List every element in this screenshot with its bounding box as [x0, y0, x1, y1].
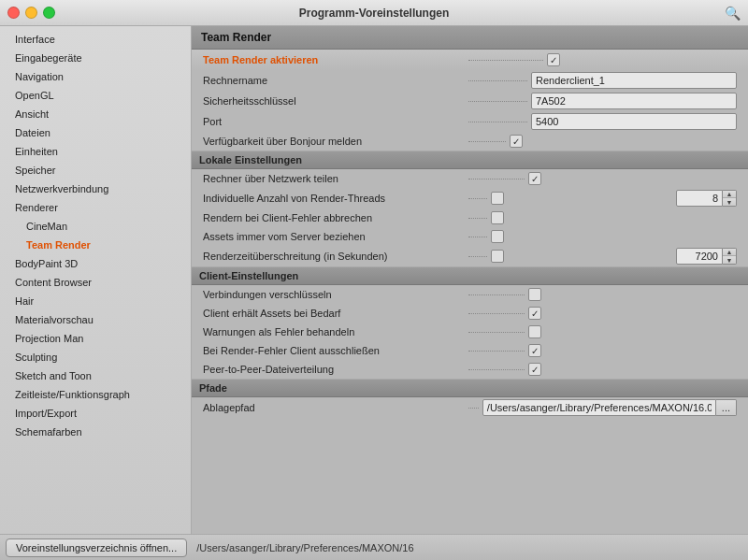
port-input[interactable] — [531, 113, 737, 130]
peer-label: Peer-to-Peer-Dateiverteilung — [203, 364, 465, 375]
individuelle-label: Individuelle Anzahl von Render-Threads — [203, 193, 465, 204]
bonjour-checkbox[interactable] — [510, 135, 523, 148]
individuelle-up-btn[interactable]: ▲ — [723, 191, 736, 198]
client-assets-row: Client erhält Assets bei Bedarf — [192, 304, 748, 323]
ablage-label: Ablagepfad — [203, 402, 465, 413]
sidebar-item-materialvorschau[interactable]: Materialvorschau — [0, 310, 191, 329]
renderzeit-up-btn[interactable]: ▲ — [723, 249, 736, 256]
sidebar-item-ansicht[interactable]: Ansicht — [0, 105, 191, 123]
sidebar-item-sketch-toon[interactable]: Sketch and Toon — [0, 366, 191, 385]
rechnername-label: Rechnername — [203, 75, 465, 86]
netzwerk-checkbox[interactable] — [528, 172, 541, 185]
right-panel: Team Render Team Render aktivieren Rechn… — [192, 26, 748, 534]
sidebar-item-dateien[interactable]: Dateien — [0, 123, 191, 142]
sidebar-item-speicher[interactable]: Speicher — [0, 161, 191, 179]
titlebar: Programm-Voreinstellungen 🔍 — [0, 0, 748, 26]
maximize-button[interactable] — [43, 7, 55, 19]
minimize-button[interactable] — [25, 7, 37, 19]
open-prefs-button[interactable]: Voreinstellungsverzeichnis öffnen... — [6, 538, 187, 557]
activate-label: Team Render aktivieren — [203, 54, 465, 65]
pfade-section-header: Pfade — [192, 379, 748, 397]
netzwerk-label: Rechner über Netzwerk teilen — [203, 173, 465, 184]
renderzeit-spinner: ▲ ▼ — [676, 248, 737, 265]
sidebar-item-interface[interactable]: Interface — [0, 30, 191, 49]
render-fehler-label: Bei Render-Fehler Client ausschließen — [203, 345, 465, 356]
sidebar-item-eingabegerate[interactable]: Eingabegeräte — [0, 49, 191, 67]
sidebar-item-zeitleiste[interactable]: Zeitleiste/Funktionsgraph — [0, 385, 191, 404]
client-assets-label: Client erhält Assets bei Bedarf — [203, 308, 465, 319]
sidebar-item-navigation[interactable]: Navigation — [0, 67, 191, 86]
peer-row: Peer-to-Peer-Dateiverteilung — [192, 360, 748, 379]
bottom-path-label: /Users/asanger/Library/Preferences/MAXON… — [196, 542, 413, 553]
verbindungen-checkbox[interactable] — [528, 288, 541, 301]
sidebar-item-cineman[interactable]: CineMan — [0, 217, 191, 236]
ablage-row: Ablagepfad ... — [192, 397, 748, 418]
port-label: Port — [203, 116, 465, 127]
sidebar-item-einheiten[interactable]: Einheiten — [0, 142, 191, 161]
sicherheit-label: Sicherheitsschlüssel — [203, 95, 465, 107]
warnungen-checkbox[interactable] — [528, 325, 541, 338]
bonjour-label: Verfügbarkeit über Bonjour melden — [203, 136, 465, 147]
rendern-row: Rendern bei Client-Fehler abbrechen — [192, 208, 748, 227]
main-area: Interface Eingabegeräte Navigation OpenG… — [0, 26, 748, 534]
individuelle-spinner: ▲ ▼ — [676, 190, 737, 207]
ablage-path-group: ... — [482, 399, 737, 416]
team-render-section-header: Team Render — [192, 26, 748, 50]
ablage-browse-button[interactable]: ... — [716, 399, 737, 416]
sidebar-item-content-browser[interactable]: Content Browser — [0, 273, 191, 292]
rechnername-input[interactable] — [531, 72, 737, 89]
bonjour-row: Verfügbarkeit über Bonjour melden — [192, 132, 748, 151]
individuelle-down-btn[interactable]: ▼ — [723, 198, 736, 206]
client-assets-checkbox[interactable] — [528, 307, 541, 320]
activate-checkbox[interactable] — [547, 53, 560, 66]
sidebar-item-projection-man[interactable]: Projection Man — [0, 329, 191, 348]
window-title: Programm-Voreinstellungen — [299, 7, 449, 20]
assets-row: Assets immer vom Server beziehen — [192, 227, 748, 246]
render-fehler-row: Bei Render-Fehler Client ausschließen — [192, 341, 748, 360]
individuelle-spinner-buttons: ▲ ▼ — [723, 190, 737, 207]
lokale-section-header: Lokale Einstellungen — [192, 151, 748, 169]
sidebar-item-opengl[interactable]: OpenGL — [0, 86, 191, 105]
renderzeit-checkbox[interactable] — [491, 250, 504, 263]
netzwerk-row: Rechner über Netzwerk teilen — [192, 169, 748, 188]
sidebar-item-netzwerk[interactable]: Netzwerkverbindung — [0, 179, 191, 198]
bottom-bar: Voreinstellungsverzeichnis öffnen... /Us… — [0, 534, 748, 560]
rendern-checkbox[interactable] — [491, 211, 504, 224]
verbindungen-row: Verbindungen verschlüsseln — [192, 285, 748, 304]
verbindungen-label: Verbindungen verschlüsseln — [203, 289, 465, 300]
sidebar-item-renderer[interactable]: Renderer — [0, 198, 191, 217]
sicherheit-row: Sicherheitsschlüssel — [192, 91, 748, 111]
renderzeit-label: Renderzeitüberschreitung (in Sekunden) — [203, 251, 465, 262]
individuelle-row: Individuelle Anzahl von Render-Threads ▲… — [192, 188, 748, 208]
individuelle-checkbox[interactable] — [491, 192, 504, 205]
rendern-label: Rendern bei Client-Fehler abbrechen — [203, 212, 465, 223]
close-button[interactable] — [7, 7, 20, 19]
renderzeit-input[interactable] — [676, 248, 723, 265]
renderzeit-down-btn[interactable]: ▼ — [723, 256, 736, 264]
render-fehler-checkbox[interactable] — [528, 344, 541, 357]
individuelle-input[interactable] — [676, 190, 723, 207]
activate-row: Team Render aktivieren — [192, 50, 748, 70]
port-row: Port — [192, 111, 748, 132]
sidebar-item-hair[interactable]: Hair — [0, 292, 191, 310]
peer-checkbox[interactable] — [528, 363, 541, 376]
sidebar-item-sculpting[interactable]: Sculpting — [0, 348, 191, 366]
warnungen-row: Warnungen als Fehler behandeln — [192, 323, 748, 341]
sidebar-item-bodypaint[interactable]: BodyPaint 3D — [0, 254, 191, 273]
rechnername-row: Rechnername — [192, 70, 748, 91]
window-controls — [7, 7, 55, 19]
sicherheit-input[interactable] — [531, 93, 737, 109]
warnungen-label: Warnungen als Fehler behandeln — [203, 326, 465, 337]
client-section-header: Client-Einstellungen — [192, 266, 748, 285]
ablage-input[interactable] — [482, 399, 716, 416]
assets-checkbox[interactable] — [491, 230, 504, 243]
assets-label: Assets immer vom Server beziehen — [203, 231, 465, 242]
renderzeit-row: Renderzeitüberschreitung (in Sekunden) ▲… — [192, 246, 748, 266]
renderzeit-spinner-buttons: ▲ ▼ — [723, 248, 737, 265]
sidebar-item-team-render[interactable]: Team Render — [0, 236, 191, 254]
sidebar-item-schemafarben[interactable]: Schemafarben — [0, 423, 191, 441]
search-icon[interactable]: 🔍 — [725, 6, 741, 21]
sidebar: Interface Eingabegeräte Navigation OpenG… — [0, 26, 192, 534]
sidebar-item-import-export[interactable]: Import/Export — [0, 404, 191, 423]
